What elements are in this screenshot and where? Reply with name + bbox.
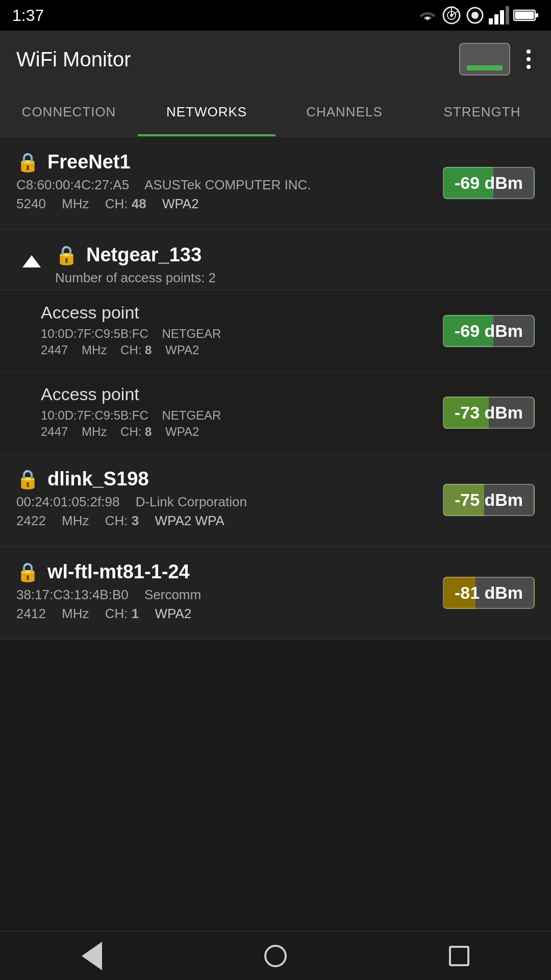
back-button[interactable] — [71, 936, 112, 976]
network-item-dlink[interactable]: 🔒 dlink_S198 00:24:01:05:2f:98 D-Link Co… — [0, 454, 551, 547]
ap1-signal-badge: -69 dBm — [443, 315, 535, 347]
ap2-channel: CH: 8 — [120, 425, 152, 438]
svg-rect-13 — [515, 12, 534, 19]
freenet1-manufacturer: ASUSTek COMPUTER INC. — [144, 177, 311, 192]
wlftl-security: WPA2 — [155, 606, 191, 621]
wlftl-lock-icon: 🔒 — [16, 561, 39, 583]
app-bar-actions — [459, 43, 535, 76]
menu-dot-1 — [527, 50, 531, 54]
ap1-label: Access point — [41, 303, 443, 323]
ap2-mac-row: 10:0D:7F:C9:5B:FC NETGEAR — [41, 408, 443, 423]
network-item-wl-ftl[interactable]: 🔒 wl-ftl-mt81-1-24 38:17:C3:13:4B:B0 Ser… — [0, 547, 551, 640]
tab-bar: CONNECTION NETWORKS CHANNELS STRENGTH — [0, 88, 551, 137]
dlink-header: 🔒 dlink_S198 — [16, 468, 443, 490]
ap2-label: Access point — [41, 384, 443, 404]
ap2-mac: 10:0D:7F:C9:5B:FC — [41, 408, 148, 422]
ap2-freq: 2447 MHz — [41, 425, 107, 438]
netgear133-header: 🔒 Netgear_133 — [55, 244, 535, 266]
freenet1-header: 🔒 FreeNet1 — [16, 151, 443, 173]
graph-button[interactable] — [459, 43, 510, 76]
status-icons — [417, 6, 539, 25]
freenet1-freq: 5240 MHz — [16, 196, 89, 211]
freenet1-security: WPA2 — [162, 196, 199, 211]
netgear133-ap-count: Number of access points: 2 — [55, 270, 535, 286]
overflow-menu-button[interactable] — [522, 45, 535, 73]
tab-channels[interactable]: CHANNELS — [276, 88, 413, 136]
netgear133-expand-button[interactable] — [16, 246, 47, 277]
tab-strength[interactable]: STRENGTH — [413, 88, 551, 136]
netgear133-lock-icon: 🔒 — [55, 244, 78, 266]
freenet1-tech-row: 5240 MHz CH: 48 WPA2 — [16, 196, 443, 212]
svg-rect-12 — [536, 13, 538, 17]
ap2-tech-row: 2447 MHz CH: 8 WPA2 — [41, 425, 443, 439]
freenet1-mac-row: C8:60:00:4C:27:A5 ASUSTek COMPUTER INC. — [16, 177, 443, 193]
app-title: WiFi Monitor — [16, 48, 131, 71]
wlftl-channel: CH: 1 — [105, 606, 139, 621]
svg-rect-8 — [494, 14, 498, 24]
netgear133-name: Netgear_133 — [86, 244, 202, 266]
wlftl-tech-row: 2412 MHz CH: 1 WPA2 — [16, 606, 443, 622]
ap2-info: Access point 10:0D:7F:C9:5B:FC NETGEAR 2… — [41, 384, 443, 441]
home-button[interactable] — [255, 936, 296, 976]
dlink-signal-badge: -75 dBm — [443, 484, 535, 516]
ap2-manufacturer: NETGEAR — [162, 408, 221, 422]
wlftl-freq: 2412 MHz — [16, 606, 89, 621]
chevron-up-icon — [22, 255, 41, 267]
tab-networks[interactable]: NETWORKS — [138, 88, 276, 136]
signal-bars-icon — [489, 6, 509, 24]
dlink-tech-row: 2422 MHz CH: 3 WPA2 WPA — [16, 513, 443, 529]
freenet1-info: 🔒 FreeNet1 C8:60:00:4C:27:A5 ASUSTek COM… — [16, 151, 443, 215]
dlink-security: WPA2 WPA — [155, 513, 224, 528]
networks-content: 🔒 FreeNet1 C8:60:00:4C:27:A5 ASUSTek COM… — [0, 137, 551, 691]
access-point-1[interactable]: Access point 10:0D:7F:C9:5B:FC NETGEAR 2… — [0, 290, 551, 372]
ap2-signal-badge: -73 dBm — [443, 397, 535, 429]
svg-rect-9 — [500, 10, 504, 24]
bottom-nav — [0, 931, 551, 980]
status-time: 1:37 — [12, 6, 44, 25]
ap1-tech-row: 2447 MHz CH: 8 WPA2 — [41, 343, 443, 357]
wlftl-header: 🔒 wl-ftl-mt81-1-24 — [16, 561, 443, 583]
sync-icon — [465, 6, 485, 25]
menu-dot-3 — [527, 65, 531, 69]
ap1-info: Access point 10:0D:7F:C9:5B:FC NETGEAR 2… — [41, 303, 443, 359]
battery-icon — [513, 8, 539, 22]
dlink-channel: CH: 3 — [105, 513, 139, 528]
back-icon — [82, 942, 102, 970]
freenet1-name: FreeNet1 — [47, 151, 131, 173]
tab-connection[interactable]: CONNECTION — [0, 88, 138, 136]
wlftl-info: 🔒 wl-ftl-mt81-1-24 38:17:C3:13:4B:B0 Ser… — [16, 561, 443, 625]
dlink-mac-row: 00:24:01:05:2f:98 D-Link Corporation — [16, 494, 443, 510]
dlink-name: dlink_S198 — [47, 468, 149, 490]
wlftl-manufacturer: Sercomm — [144, 587, 201, 602]
ap1-channel: CH: 8 — [120, 343, 152, 357]
status-bar: 1:37 — [0, 0, 551, 31]
menu-dot-2 — [527, 57, 531, 61]
wlftl-signal-badge: -81 dBm — [443, 577, 535, 609]
freenet1-channel: CH: 48 — [105, 196, 146, 211]
network-item-netgear133[interactable]: 🔒 Netgear_133 Number of access points: 2 — [0, 230, 551, 290]
svg-rect-10 — [506, 6, 509, 24]
wlftl-mac: 38:17:C3:13:4B:B0 — [16, 587, 129, 602]
dlink-freq: 2422 MHz — [16, 513, 89, 528]
graph-bar-icon — [467, 65, 503, 70]
app-bar: WiFi Monitor — [0, 31, 551, 88]
freenet1-mac: C8:60:00:4C:27:A5 — [16, 177, 129, 192]
recents-button[interactable] — [439, 936, 480, 976]
ap1-mac-row: 10:0D:7F:C9:5B:FC NETGEAR — [41, 327, 443, 341]
svg-point-6 — [471, 12, 479, 19]
dlink-lock-icon: 🔒 — [16, 469, 39, 490]
ap1-manufacturer: NETGEAR — [162, 327, 221, 340]
netgear133-info: 🔒 Netgear_133 Number of access points: 2 — [55, 244, 535, 286]
wlftl-mac-row: 38:17:C3:13:4B:B0 Sercomm — [16, 587, 443, 603]
access-point-2[interactable]: Access point 10:0D:7F:C9:5B:FC NETGEAR 2… — [0, 372, 551, 454]
dlink-manufacturer: D-Link Corporation — [136, 494, 247, 509]
ap2-security: WPA2 — [165, 425, 199, 438]
freenet1-lock-icon: 🔒 — [16, 152, 39, 173]
app-radar-icon — [442, 6, 461, 25]
dlink-mac: 00:24:01:05:2f:98 — [16, 494, 119, 509]
network-item-freenet1[interactable]: 🔒 FreeNet1 C8:60:00:4C:27:A5 ASUSTek COM… — [0, 137, 551, 230]
wlftl-name: wl-ftl-mt81-1-24 — [47, 561, 190, 583]
recents-icon — [449, 946, 469, 966]
freenet1-signal-badge: -69 dBm — [443, 167, 535, 199]
ap1-security: WPA2 — [165, 343, 199, 357]
